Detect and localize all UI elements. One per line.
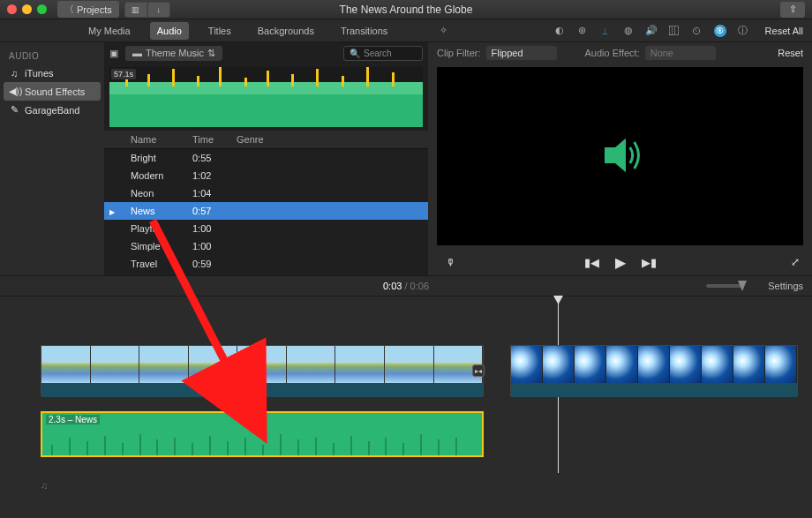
guitar-icon: ✎ bbox=[9, 104, 19, 116]
tab-titles[interactable]: Titles bbox=[201, 22, 238, 40]
minimize-window-button[interactable] bbox=[22, 4, 32, 14]
close-window-button[interactable] bbox=[7, 4, 17, 14]
speed-icon[interactable]: ⏲ bbox=[691, 25, 703, 37]
folder-popup[interactable]: ▬ Theme Music ⇅ bbox=[125, 46, 222, 61]
tab-transitions[interactable]: Transitions bbox=[334, 22, 395, 40]
preview-viewer bbox=[437, 67, 803, 245]
timeline[interactable]: ▸◂ 2.3s – News ♫ bbox=[0, 297, 812, 499]
clip-filter-label: Clip Filter: bbox=[437, 48, 481, 58]
sidebar-item-label: Sound Effects bbox=[25, 86, 85, 97]
reset-all-button[interactable]: Reset All bbox=[765, 26, 803, 36]
speaker-playing-icon bbox=[594, 129, 647, 184]
sidebar-item-garageband[interactable]: ✎ GarageBand bbox=[0, 101, 104, 119]
speaker-icon: ◀)) bbox=[9, 86, 19, 97]
timecode-total: 0:06 bbox=[410, 281, 429, 291]
folder-icon: ▬ bbox=[132, 48, 142, 58]
magic-wand-icon[interactable]: ✧ bbox=[437, 25, 449, 37]
clip-filter-value[interactable]: Flipped bbox=[486, 46, 557, 60]
music-well-icon[interactable]: ♫ bbox=[41, 480, 48, 491]
clip-filter-icon[interactable]: ⦿ bbox=[714, 25, 726, 37]
back-label: Projects bbox=[77, 4, 112, 15]
play-button[interactable]: ▶ bbox=[615, 254, 626, 271]
volume-icon[interactable]: 🔊 bbox=[645, 25, 658, 37]
voiceover-mic-icon[interactable]: 🎙 bbox=[446, 257, 455, 267]
transition-handle-icon[interactable]: ▸◂ bbox=[472, 364, 485, 377]
audio-clip-label: 2.3s – News bbox=[46, 415, 100, 424]
equalizer-icon[interactable]: ⿲ bbox=[668, 25, 680, 37]
prev-button[interactable]: ▮◀ bbox=[584, 256, 599, 269]
filmstrip-toggle-icon[interactable]: ▣ bbox=[109, 48, 118, 59]
audio-effect-label: Audio Effect: bbox=[585, 48, 640, 58]
timeline-settings-button[interactable]: Settings bbox=[768, 281, 803, 291]
table-row[interactable]: Travel0:59 bbox=[104, 255, 428, 273]
sidebar-item-label: GarageBand bbox=[25, 105, 79, 116]
share-button[interactable]: ⇧ bbox=[780, 2, 805, 18]
tab-audio[interactable]: Audio bbox=[150, 22, 189, 40]
col-header-time[interactable]: Time bbox=[187, 131, 231, 148]
sidebar-item-itunes[interactable]: ♫ iTunes bbox=[0, 64, 104, 82]
fullscreen-icon[interactable]: ⤢ bbox=[791, 256, 800, 268]
chevron-left-icon: 〈 bbox=[64, 3, 74, 16]
layout-toggle-left[interactable]: ▥ bbox=[124, 2, 147, 18]
tab-my-media[interactable]: My Media bbox=[81, 22, 138, 40]
window-title: The News Around the Globe bbox=[340, 4, 473, 16]
tab-backgrounds[interactable]: Backgrounds bbox=[251, 22, 321, 40]
table-row[interactable]: Simple1:00 bbox=[104, 237, 428, 255]
chevron-updown-icon: ⇅ bbox=[207, 48, 215, 59]
zoom-slider[interactable] bbox=[706, 284, 741, 288]
sidebar-item-label: iTunes bbox=[25, 68, 54, 79]
next-button[interactable]: ▶▮ bbox=[642, 256, 657, 269]
video-clip-1[interactable]: ▸◂ bbox=[41, 345, 484, 396]
timecode-current: 0:03 bbox=[383, 281, 402, 291]
folder-label: Theme Music bbox=[146, 48, 204, 58]
sidebar-header: AUDIO bbox=[0, 48, 104, 64]
table-row[interactable]: Modern1:02 bbox=[104, 167, 428, 184]
stabilize-icon[interactable]: ◍ bbox=[622, 25, 635, 37]
audio-sidebar: AUDIO ♫ iTunes ◀)) Sound Effects ✎ Garag… bbox=[0, 42, 104, 275]
table-row[interactable]: Neon1:04 bbox=[104, 184, 428, 202]
sidebar-item-sound-effects[interactable]: ◀)) Sound Effects bbox=[4, 82, 101, 101]
crop-icon[interactable]: ⟂ bbox=[599, 25, 612, 37]
layout-toggle-right[interactable]: ↓ bbox=[147, 2, 170, 18]
color-wheel-icon[interactable]: ⊛ bbox=[576, 25, 589, 37]
table-row[interactable]: News0:57 bbox=[104, 202, 428, 220]
color-balance-icon[interactable]: ◐ bbox=[553, 25, 566, 37]
info-icon[interactable]: ⓘ bbox=[737, 25, 749, 37]
preview-duration-badge: 57.1s bbox=[111, 69, 136, 79]
search-placeholder: Search bbox=[364, 49, 392, 58]
projects-back-button[interactable]: 〈 Projects bbox=[57, 1, 119, 18]
video-clip-2[interactable] bbox=[510, 345, 798, 396]
waveform-preview[interactable]: 57.1s bbox=[109, 67, 423, 127]
col-header-genre[interactable]: Genre bbox=[231, 131, 428, 148]
table-row[interactable]: Playful1:00 bbox=[104, 220, 428, 237]
search-icon: 🔍 bbox=[350, 49, 360, 58]
reset-button[interactable]: Reset bbox=[778, 48, 803, 58]
search-input[interactable]: 🔍 Search bbox=[343, 46, 423, 61]
col-header-name[interactable]: Name bbox=[125, 131, 187, 148]
media-tabs: My Media Audio Titles Backgrounds Transi… bbox=[0, 19, 428, 42]
audio-effect-value[interactable]: None bbox=[645, 46, 716, 60]
zoom-window-button[interactable] bbox=[37, 4, 47, 14]
audio-clip-news[interactable]: 2.3s – News bbox=[41, 411, 484, 457]
table-row[interactable]: Bright0:55 bbox=[104, 149, 428, 167]
music-note-icon: ♫ bbox=[9, 68, 19, 79]
track-table: Name Time Genre Bright0:55 Modern1:02 Ne… bbox=[104, 131, 428, 275]
share-icon: ⇧ bbox=[789, 4, 797, 15]
